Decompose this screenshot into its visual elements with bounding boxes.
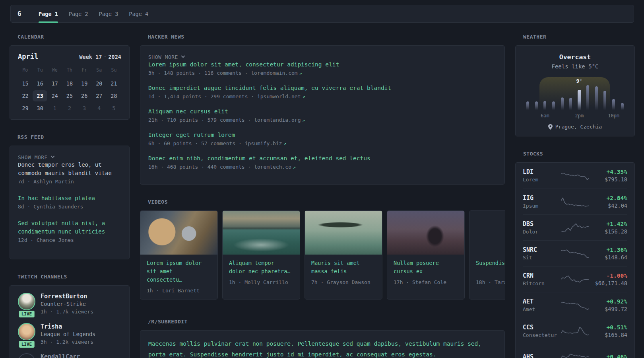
weather-condition: Overcast bbox=[524, 53, 627, 61]
page-tab[interactable]: Page 1 bbox=[39, 5, 58, 22]
video-title[interactable]: Lorem ipsum dolor sit amet consectetu… bbox=[147, 259, 211, 284]
stock-row[interactable]: IIG Ipsum +2.84% $42.04 bbox=[523, 189, 627, 214]
stock-sparkline bbox=[561, 272, 589, 286]
page-tab[interactable]: Page 4 bbox=[129, 5, 148, 22]
rss-item-title[interactable]: Sed volutpat nulla nisl, a condimentum n… bbox=[18, 219, 121, 236]
video-title[interactable]: Aliquam tempor dolor nec pharetra… bbox=[229, 259, 293, 276]
video-card: Nullam posuere cursus ex 17h · Stefan Co… bbox=[387, 210, 465, 300]
weather-bar bbox=[535, 101, 538, 110]
weather-bar bbox=[526, 101, 529, 110]
stock-ticker: AHS bbox=[523, 353, 561, 358]
videos-row: Lorem ipsum dolor sit amet consectetu… 1… bbox=[140, 210, 505, 300]
stock-row[interactable]: SNRC Sit +1.36% $148.64 bbox=[523, 240, 627, 266]
weekday-label: Tu bbox=[33, 67, 47, 78]
hackernews-item-title[interactable]: Aliquam nec cursus elit bbox=[148, 107, 497, 116]
rss-item-title[interactable]: In hac habitasse platea bbox=[18, 194, 121, 202]
weather-bars bbox=[524, 77, 627, 110]
app-logo[interactable]: G bbox=[11, 5, 28, 22]
calendar-day: 19 bbox=[77, 78, 92, 89]
hackernews-show-more-button[interactable]: SHOW MORE bbox=[148, 54, 184, 60]
stock-row[interactable]: CCS Consectetur +0.51% $165.84 bbox=[523, 318, 627, 344]
channel-avatar[interactable] bbox=[18, 353, 35, 358]
weekday-label: We bbox=[47, 67, 62, 78]
stock-sparkline bbox=[561, 246, 589, 261]
stock-row[interactable]: AET Amet +0.92% $499.72 bbox=[523, 292, 627, 318]
hackernews-item-meta: 16h · 468 points · 440 comments · loremt… bbox=[148, 163, 497, 171]
stock-change: +2.84% bbox=[589, 194, 627, 202]
external-link-icon[interactable]: ↗ bbox=[284, 141, 287, 146]
external-link-icon[interactable]: ↗ bbox=[299, 70, 302, 76]
stock-row[interactable]: AHS +0.46% bbox=[523, 344, 627, 358]
video-meta: 7h · Grayson Dawson bbox=[311, 279, 376, 285]
twitch-channel-row[interactable]: LIVE ForrestBurton Counter-Strike 1h · 1… bbox=[18, 293, 121, 315]
channel-name[interactable]: ForrestBurton bbox=[41, 293, 93, 300]
video-meta: 17h · Stefan Cole bbox=[394, 279, 458, 285]
hackernews-item-title[interactable]: Integer eget rutrum lorem bbox=[148, 131, 497, 139]
stock-ticker: DBS bbox=[523, 220, 561, 228]
subreddit-post-title[interactable]: Maecenas mollis pulvinar erat non posuer… bbox=[148, 339, 497, 358]
live-badge: LIVE bbox=[18, 340, 35, 348]
stock-name: Bitcorn bbox=[523, 280, 561, 287]
stock-change: +0.92% bbox=[589, 298, 627, 305]
video-thumbnail[interactable] bbox=[223, 211, 300, 255]
stock-price: $165.84 bbox=[589, 331, 627, 339]
external-link-icon[interactable]: ↗ bbox=[303, 94, 305, 99]
stock-sparkline bbox=[561, 220, 589, 235]
channel-name[interactable]: Trisha bbox=[41, 323, 95, 330]
external-link-icon[interactable]: ↗ bbox=[303, 117, 305, 123]
hackernews-item-title[interactable]: Donec enim nibh, condimentum et accumsan… bbox=[148, 154, 497, 163]
weather-bar bbox=[612, 99, 615, 110]
weather-bar bbox=[578, 90, 581, 110]
page-tab[interactable]: Page 2 bbox=[69, 5, 88, 22]
rss-item-meta: 12d · Chance Jones bbox=[18, 236, 121, 244]
rss-show-more-button[interactable]: SHOW MORE bbox=[18, 154, 54, 160]
stock-ticker: CRN bbox=[523, 272, 561, 280]
rss-item-title[interactable]: Donec tempor eros leo, ut commodo mauris… bbox=[18, 161, 121, 177]
weather-location: Prague, Czechia bbox=[524, 124, 627, 130]
calendar-day: 5 bbox=[107, 103, 121, 114]
video-thumbnail[interactable] bbox=[469, 211, 505, 255]
hackernews-item-meta: 6h · 60 points · 57 comments · ipsumify.… bbox=[148, 139, 497, 148]
twitch-channel-row[interactable]: LIVE Trisha League of Legends 3h · 1.2k … bbox=[18, 323, 121, 346]
stock-row[interactable]: CRN Bitcorn -1.00% $66,171.48 bbox=[523, 266, 627, 292]
calendar-day: 4 bbox=[92, 103, 107, 114]
video-thumbnail[interactable] bbox=[387, 211, 464, 255]
hackernews-item-title[interactable]: Donec imperdiet augue tincidunt felis al… bbox=[148, 84, 497, 92]
video-title[interactable]: Suspendisse diam bbox=[476, 259, 505, 276]
rss-item: In hac habitasse platea 8d · Cynthia Sau… bbox=[18, 194, 121, 211]
calendar-month: April bbox=[18, 53, 38, 60]
video-thumbnail[interactable] bbox=[140, 211, 217, 255]
weather-bar bbox=[569, 98, 572, 110]
weather-bar bbox=[552, 101, 555, 110]
stock-name: Consectetur bbox=[523, 331, 561, 339]
page-tab[interactable]: Page 3 bbox=[99, 5, 118, 22]
stock-price: $156.28 bbox=[589, 228, 627, 235]
video-meta: 1h · Molly Carrillo bbox=[229, 279, 293, 285]
hackernews-item-title[interactable]: Lorem ipsum dolor sit amet, consectetur … bbox=[148, 60, 497, 69]
weather-widget: WEATHER Overcast Feels like 5°C 9° 6am2p… bbox=[515, 34, 635, 136]
hackernews-card: SHOW MORE Lorem ipsum dolor sit amet, co… bbox=[140, 45, 505, 185]
subreddit-card: Maecenas mollis pulvinar erat non posuer… bbox=[140, 330, 505, 358]
stock-name: Lorem bbox=[523, 176, 561, 183]
videos-section-label: VIDEOS bbox=[148, 199, 505, 205]
video-title[interactable]: Nullam posuere cursus ex bbox=[394, 259, 458, 276]
twitch-channel-row[interactable]: KendallCarr bbox=[18, 353, 121, 358]
channel-name[interactable]: KendallCarr bbox=[41, 353, 80, 358]
video-thumbnail[interactable] bbox=[305, 211, 382, 255]
external-link-icon[interactable]: ↗ bbox=[293, 164, 296, 170]
stock-name: Amet bbox=[523, 305, 561, 313]
channel-avatar[interactable] bbox=[18, 293, 35, 310]
stock-row[interactable]: DBS Dolor +1.42% $156.28 bbox=[523, 214, 627, 240]
right-column: WEATHER Overcast Feels like 5°C 9° 6am2p… bbox=[515, 34, 635, 358]
channel-game: League of Legends bbox=[41, 330, 95, 338]
top-nav: G Page 1 Page 2 Page 3 Page 4 bbox=[10, 5, 634, 23]
rss-section-label: RSS FEED bbox=[17, 134, 130, 140]
stock-sparkline bbox=[561, 324, 589, 338]
subreddit-widget: /R/SUBREDDIT Maecenas mollis pulvinar er… bbox=[140, 319, 505, 358]
calendar-day: 25 bbox=[62, 90, 77, 101]
stock-row[interactable]: LDI Lorem +4.35% $795.18 bbox=[523, 163, 627, 189]
video-title[interactable]: Mauris sit amet massa felis bbox=[311, 259, 376, 276]
channel-game: Counter-Strike bbox=[41, 300, 93, 308]
channel-avatar[interactable] bbox=[18, 323, 35, 340]
weather-bar bbox=[543, 101, 546, 110]
